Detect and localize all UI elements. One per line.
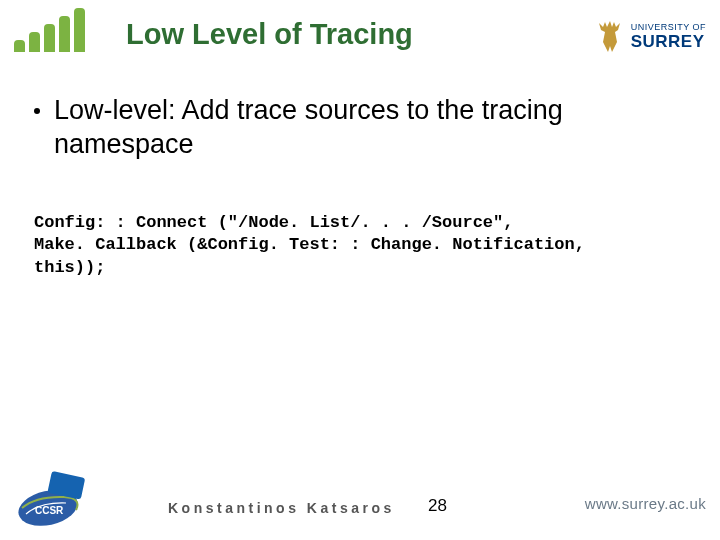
ccsr-logo: CCSR [16, 468, 90, 526]
ccsr-label: CCSR [35, 505, 64, 516]
signal-bars-icon [14, 4, 96, 52]
slide-footer: CCSR Konstantinos Katsaros 28 www.surrey… [0, 466, 720, 526]
bullet-text: Low-level: Add trace sources to the trac… [54, 94, 690, 162]
slide-header: Low Level of Tracing UNIVERSITY OF SURRE… [0, 12, 720, 72]
slide-title: Low Level of Tracing [126, 18, 413, 51]
bullet-item: Low-level: Add trace sources to the trac… [34, 94, 690, 162]
university-of-surrey-logo: UNIVERSITY OF SURREY [595, 20, 706, 54]
footer-url: www.surrey.ac.uk [585, 495, 706, 512]
university-label-big: SURREY [631, 33, 706, 51]
stag-icon [595, 20, 625, 54]
slide-body: Low-level: Add trace sources to the trac… [34, 94, 690, 280]
author-name: Konstantinos Katsaros [168, 500, 395, 516]
code-snippet: Config: : Connect ("/Node. List/. . . /S… [34, 212, 690, 281]
bullet-dot-icon [34, 108, 40, 114]
page-number: 28 [428, 496, 447, 516]
